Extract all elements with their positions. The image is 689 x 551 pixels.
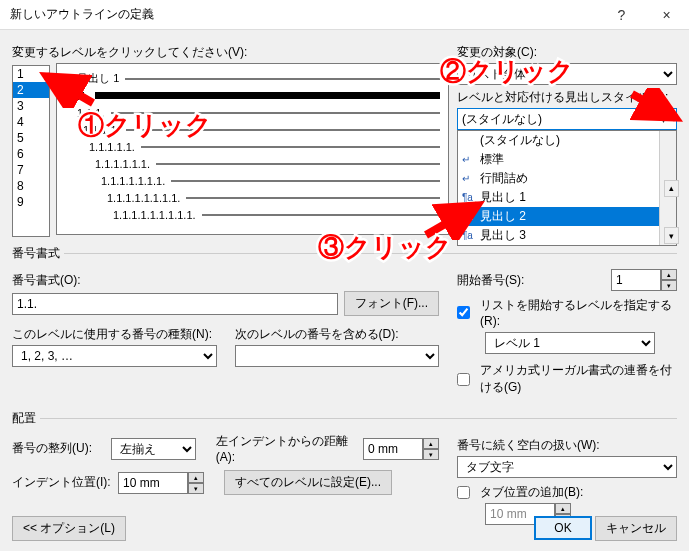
legal-checkbox-row[interactable]: アメリカ式リーガル書式の連番を付ける(G) [457,362,677,396]
link-style-label: レベルと対応付ける見出しスタイル(K): [457,89,677,106]
follow-number-select[interactable]: タブ文字 [457,456,677,478]
text-indent-spinner[interactable]: ▴▾ [118,472,204,494]
title-bar: 新しいアウトラインの定義 ? × [0,0,689,30]
style-option[interactable]: ¶a見出し 2 [458,207,676,226]
style-option[interactable]: ¶a見出し 1 [458,188,676,207]
position-group: 配置 番号の整列(U): 左揃え 左インデントからの距離(A): ▴▾ インデン… [12,410,677,531]
level-item[interactable]: 6 [13,146,49,162]
restart-checkbox-row[interactable]: リストを開始するレベルを指定する(R): [457,297,677,328]
restart-checkbox[interactable] [457,306,470,319]
preview-number: 1.1.1.1.1. [89,141,135,153]
number-style-select[interactable]: 1, 2, 3, … [12,345,217,367]
level-item[interactable]: 4 [13,114,49,130]
preview-number: 1.1.1.1.1.1. [95,158,150,170]
number-style-label: このレベルに使用する番号の種類(N): [12,326,217,343]
restart-level-select[interactable]: レベル 1 [485,332,655,354]
preview-number: 1.1.1.1.1.1.1. [101,175,165,187]
heading-icon: ¶a [462,230,476,241]
level-item[interactable]: 5 [13,130,49,146]
add-tab-checkbox[interactable] [457,486,470,499]
level-list[interactable]: 1 2 3 4 5 6 7 8 9 [12,65,50,237]
options-button[interactable]: << オプション(L) [12,516,126,541]
add-tab-label: タブ位置の追加(B): [480,484,583,501]
window-title: 新しいアウトラインの定義 [10,6,154,23]
font-button[interactable]: フォント(F)... [344,291,439,316]
link-style-current: (スタイルなし) [462,111,542,128]
include-level-select[interactable] [235,345,440,367]
style-option[interactable]: (スタイルなし) [458,131,676,150]
level-item[interactable]: 1 [13,66,49,82]
level-item[interactable]: 8 [13,178,49,194]
apply-to-select[interactable]: リスト全体 [457,63,677,85]
number-align-label: 番号の整列(U): [12,440,105,457]
number-format-input[interactable] [12,293,338,315]
spin-down-icon[interactable]: ▾ [661,280,677,291]
legal-checkbox[interactable] [457,373,470,386]
preview-number: 1.1.1.1.1.1.1.1. [107,192,180,204]
heading-icon: ¶a [462,211,476,222]
start-at-spinner[interactable]: ▴▾ [611,269,677,291]
close-button[interactable]: × [644,0,689,30]
spin-down-icon[interactable]: ▾ [188,483,204,494]
start-at-input[interactable] [611,269,661,291]
outline-preview: 1. 見出し 1 1.1. 1.1.1. 1.1.1.1. 1.1.1.1.1.… [56,63,449,235]
spin-down-icon[interactable]: ▾ [423,449,439,460]
position-legend: 配置 [12,410,40,427]
preview-number: 1. 見出し 1 [65,71,119,86]
paragraph-icon: ↵ [462,154,476,165]
spin-up-icon[interactable]: ▴ [661,269,677,280]
add-tab-row[interactable]: タブ位置の追加(B): [457,484,677,501]
level-item[interactable]: 2 [13,82,49,98]
set-all-button[interactable]: すべてのレベルに設定(E)... [224,470,392,495]
level-item[interactable]: 7 [13,162,49,178]
number-format-legend: 番号書式 [12,245,64,262]
scroll-up-icon[interactable]: ▴ [664,180,679,197]
start-at-label: 開始番号(S): [457,272,605,289]
level-item[interactable]: 3 [13,98,49,114]
preview-number: 1.1.1.1.1.1.1.1.1. [113,209,196,221]
heading-icon: ¶a [462,192,476,203]
level-click-label: 変更するレベルをクリックしてください(V): [12,44,449,61]
aligned-at-input[interactable] [363,438,423,460]
chevron-down-icon[interactable]: ▾ [654,114,672,125]
restart-label: リストを開始するレベルを指定する(R): [480,297,677,328]
scroll-down-icon[interactable]: ▾ [664,227,679,244]
spin-up-icon: ▴ [555,503,571,514]
style-option[interactable]: ¶a見出し 3 [458,226,676,245]
include-level-label: 次のレベルの番号を含める(D): [235,326,440,343]
aligned-at-spinner[interactable]: ▴▾ [363,438,439,460]
spin-up-icon[interactable]: ▴ [188,472,204,483]
cancel-button[interactable]: キャンセル [595,516,677,541]
preview-number: 1.1.1. [77,107,105,119]
ok-button[interactable]: OK [534,516,591,540]
text-indent-input[interactable] [118,472,188,494]
style-option[interactable]: ↵標準 [458,150,676,169]
preview-number: 1.1.1.1. [83,124,120,136]
apply-to-label: 変更の対象(C): [457,44,677,61]
aligned-at-label: 左インデントからの距離(A): [216,433,357,464]
style-option[interactable]: ↵行間詰め [458,169,676,188]
legal-label: アメリカ式リーガル書式の連番を付ける(G) [480,362,677,396]
scrollbar[interactable]: ▴ ▾ [659,131,676,245]
link-style-select[interactable]: (スタイルなし) ▾ (スタイルなし) ↵標準 ↵行間詰め ¶a見出し 1 ¶a… [457,108,677,130]
paragraph-icon: ↵ [462,173,476,184]
help-button[interactable]: ? [599,0,644,30]
number-format-group: 番号書式 番号書式(O): フォント(F)... このレベルに使用する番号の種類… [12,245,677,402]
level-item[interactable]: 9 [13,194,49,210]
number-format-label: 番号書式(O): [12,272,439,289]
number-align-select[interactable]: 左揃え [111,438,196,460]
text-indent-label: インデント位置(I): [12,474,112,491]
spin-up-icon[interactable]: ▴ [423,438,439,449]
style-dropdown-list[interactable]: (スタイルなし) ↵標準 ↵行間詰め ¶a見出し 1 ¶a見出し 2 ¶a見出し… [457,130,677,246]
follow-number-label: 番号に続く空白の扱い(W): [457,437,677,454]
preview-number: 1.1. [71,90,89,102]
